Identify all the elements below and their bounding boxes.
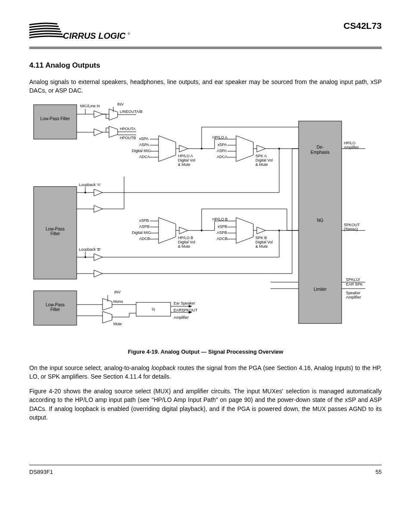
svg-point-88 (84, 192, 86, 193)
svg-text:xSPB: xSPB (218, 224, 227, 229)
svg-text:ASPA: ASPA (139, 143, 149, 147)
svg-marker-122 (257, 227, 265, 234)
svg-text:Digital Vol: Digital Vol (255, 158, 273, 162)
svg-marker-9 (94, 111, 103, 118)
svg-text:ASPB: ASPB (217, 230, 227, 235)
header-divider (29, 47, 382, 49)
svg-text:Mute: Mute (113, 322, 122, 326)
svg-text:Ear Speaker: Ear Speaker (174, 301, 195, 305)
svg-marker-27 (159, 136, 176, 162)
page-header: CIRRUS LOGIC ® CS42L73 (29, 21, 382, 44)
paragraph-2: On the input source select, analog-to-an… (29, 364, 382, 381)
svg-marker-110 (236, 218, 253, 243)
svg-text:Amplifier: Amplifier (346, 295, 361, 299)
svg-text:Speaker: Speaker (346, 291, 361, 295)
svg-text:& Mute: & Mute (178, 162, 190, 167)
svg-text:Amplifier: Amplifier (174, 315, 189, 320)
svg-point-134 (84, 256, 86, 258)
svg-marker-103 (179, 227, 188, 234)
svg-text:INV: INV (114, 290, 121, 294)
svg-text:HP/LO A: HP/LO A (178, 154, 193, 158)
svg-marker-58 (257, 145, 265, 152)
svg-text:SPKLO/: SPKLO/ (346, 277, 360, 282)
svg-text:& Mute: & Mute (178, 244, 190, 249)
svg-text:xSPA: xSPA (139, 137, 149, 141)
svg-text:& Mute: & Mute (255, 162, 268, 167)
svg-text:& Mute: & Mute (255, 244, 268, 249)
figure-4-19: Low-Pass Filter MIC/Line In INV L (29, 101, 382, 344)
svg-text:®: ® (128, 32, 130, 36)
svg-text:Limiter: Limiter (314, 287, 327, 292)
svg-text:(Stereo): (Stereo) (344, 227, 358, 231)
svg-text:MIC/Line In: MIC/Line In (80, 104, 100, 108)
svg-text:½: ½ (152, 307, 156, 312)
svg-text:SPK B: SPK B (255, 236, 267, 240)
svg-marker-46 (236, 136, 253, 162)
svg-text:Loopback 'A': Loopback 'A' (79, 183, 101, 187)
svg-text:SPK A: SPK A (255, 154, 267, 158)
svg-text:CIRRUS LOGIC: CIRRUS LOGIC (63, 31, 126, 40)
svg-text:SPKOUT: SPKOUT (344, 223, 360, 227)
svg-text:ADCA: ADCA (217, 155, 227, 159)
svg-text:Digital Vol: Digital Vol (178, 158, 195, 162)
svg-text:Digital Vol: Digital Vol (255, 240, 273, 244)
section-heading: 4.11 Analog Outputs (29, 61, 382, 70)
svg-text:Digital MIC: Digital MIC (132, 149, 151, 153)
svg-marker-132 (94, 270, 103, 277)
svg-text:HP/LO: HP/LO (344, 141, 355, 145)
footer-doc-id: DS893F1 (29, 469, 53, 475)
svg-marker-12 (109, 126, 118, 137)
svg-rect-2 (34, 105, 77, 139)
svg-text:Digital Vol: Digital Vol (178, 240, 195, 244)
footer-page-number: 55 (376, 469, 382, 475)
svg-text:NG: NG (317, 218, 324, 223)
svg-marker-131 (94, 254, 103, 261)
svg-marker-94 (159, 218, 176, 243)
svg-text:EAR SPK: EAR SPK (346, 282, 363, 286)
figure-caption: Figure 4-19. Analog Output — Signal Proc… (29, 348, 382, 355)
svg-text:LINEOUTA/B: LINEOUTA/B (120, 109, 143, 114)
svg-text:ADCB: ADCB (217, 236, 227, 241)
svg-marker-36 (179, 145, 188, 152)
page-footer: DS893F1 55 (29, 465, 382, 475)
intro-paragraph: Analog signals to external speakers, hea… (29, 78, 382, 95)
svg-text:HP/LO A: HP/LO A (212, 135, 227, 140)
svg-marker-150 (103, 299, 112, 310)
part-number: CS42L73 (343, 21, 382, 31)
svg-text:HP/LO B: HP/LO B (178, 236, 193, 240)
svg-marker-151 (103, 311, 112, 323)
svg-text:Mono: Mono (113, 299, 123, 304)
svg-text:Digital MIC: Digital MIC (132, 230, 151, 235)
svg-text:Loopback 'B': Loopback 'B' (79, 247, 101, 252)
svg-text:Amplifier: Amplifier (344, 145, 359, 149)
svg-text:ADCB: ADCB (139, 236, 150, 241)
svg-text:ADCA: ADCA (139, 155, 150, 159)
svg-text:Low-Pass
Filter: Low-Pass Filter (40, 116, 71, 121)
paragraph-3: Figure 4-20 shows the analog source sele… (29, 387, 382, 422)
svg-marker-10 (94, 129, 103, 136)
svg-text:INV: INV (117, 102, 124, 106)
svg-text:ASPB: ASPB (139, 224, 149, 229)
svg-marker-86 (94, 205, 103, 212)
svg-text:xSPA: xSPA (218, 143, 227, 147)
svg-marker-85 (94, 189, 103, 196)
svg-text:xSPB: xSPB (139, 218, 149, 223)
svg-text:ASPA: ASPA (217, 149, 227, 153)
logo: CIRRUS LOGIC ® (29, 21, 133, 44)
svg-text:HP/LO B: HP/LO B (212, 217, 228, 221)
svg-text:EARSPKOUT: EARSPKOUT (174, 308, 198, 312)
svg-text:HPOUTB: HPOUTB (120, 136, 136, 140)
svg-text:HPOUTA: HPOUTA (120, 127, 136, 131)
